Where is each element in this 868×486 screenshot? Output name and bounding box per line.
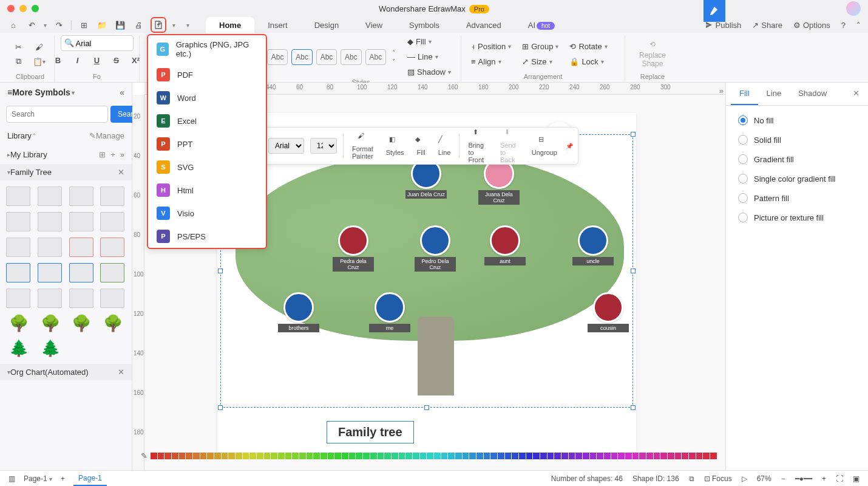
zoom-out-icon[interactable]: −: [781, 474, 785, 483]
color-swatch[interactable]: [448, 453, 455, 459]
shape-item[interactable]: [6, 187, 30, 206]
close-panel-icon[interactable]: ✕: [849, 83, 863, 105]
export-pdf[interactable]: PPDF: [148, 63, 266, 86]
new-icon[interactable]: ⊞: [78, 19, 90, 31]
color-swatch[interactable]: [463, 453, 469, 459]
eyedropper-icon[interactable]: ✎: [141, 451, 147, 460]
fill-option[interactable]: Picture or texture fill: [728, 208, 866, 227]
shape-item[interactable]: [6, 238, 30, 257]
color-swatch[interactable]: [455, 453, 462, 459]
lock-dropdown[interactable]: 🔒 Lock▾: [566, 55, 611, 68]
shape-item[interactable]: [100, 187, 124, 206]
export-word[interactable]: WWord: [148, 86, 266, 109]
page-selector[interactable]: Page-1 ▾: [24, 474, 52, 483]
fill-option[interactable]: No fill: [728, 111, 866, 130]
tab-advanced[interactable]: Advanced: [453, 17, 515, 33]
style-up[interactable]: ˄: [392, 49, 395, 56]
shape-item[interactable]: [100, 263, 124, 282]
color-swatch[interactable]: [200, 453, 207, 459]
section-org-chart[interactable]: ▾ Org Chart(Automated)✕: [0, 364, 132, 380]
shape-item[interactable]: [38, 238, 62, 257]
color-swatch[interactable]: [639, 453, 646, 459]
section-family-tree[interactable]: ▾ Family Tree✕: [0, 164, 132, 180]
color-swatch[interactable]: [434, 453, 441, 459]
color-swatch[interactable]: [271, 453, 277, 459]
color-swatch[interactable]: [668, 453, 674, 459]
position-dropdown[interactable]: ⫞ Position▾: [467, 40, 515, 53]
align-dropdown[interactable]: ≡ Align▾: [467, 55, 515, 68]
shape-item[interactable]: [100, 238, 124, 257]
color-swatch[interactable]: [476, 453, 483, 459]
color-swatch[interactable]: [703, 453, 710, 459]
export-visio[interactable]: VVisio: [148, 202, 266, 225]
color-swatch[interactable]: [299, 453, 306, 459]
color-swatch[interactable]: [243, 453, 249, 459]
format-painter-icon[interactable]: 🖌: [33, 41, 45, 53]
color-swatch[interactable]: [342, 453, 348, 459]
color-swatch[interactable]: [583, 453, 589, 459]
save-icon[interactable]: 💾: [114, 19, 126, 31]
color-swatch[interactable]: [632, 453, 639, 459]
zoom-in-icon[interactable]: +: [822, 474, 826, 483]
close-window[interactable]: [7, 5, 15, 12]
fill-option[interactable]: Solid fill: [728, 130, 866, 149]
color-swatch[interactable]: [540, 453, 547, 459]
shape-item[interactable]: [6, 289, 30, 308]
color-swatch[interactable]: [575, 453, 582, 459]
color-swatch[interactable]: [654, 453, 660, 459]
export-pseps[interactable]: PPS/EPS: [148, 225, 266, 248]
color-swatch[interactable]: [569, 453, 575, 459]
shape-item[interactable]: [69, 212, 93, 231]
color-swatch[interactable]: [313, 453, 320, 459]
color-swatch[interactable]: [427, 453, 433, 459]
color-swatch[interactable]: [710, 453, 717, 459]
export-excel[interactable]: EExcel: [148, 109, 266, 132]
tree-shape[interactable]: 🌳: [100, 314, 126, 333]
manage-button[interactable]: ✎Manage: [89, 131, 124, 140]
color-swatch[interactable]: [611, 453, 618, 459]
selection-box[interactable]: [220, 134, 633, 408]
line-dropdown[interactable]: — Line▾: [404, 50, 455, 63]
fit-icon[interactable]: ⛶: [836, 474, 843, 483]
color-swatch[interactable]: [618, 453, 625, 459]
shape-item[interactable]: [69, 289, 93, 308]
tab-symbols[interactable]: Symbols: [396, 17, 453, 33]
style-preset-4[interactable]: Abc: [341, 49, 361, 65]
color-swatch[interactable]: [214, 453, 221, 459]
fill-dropdown[interactable]: ◆ Fill▾: [404, 35, 455, 48]
shadow-dropdown[interactable]: ▨ Shadow▾: [404, 66, 455, 78]
group-dropdown[interactable]: ⊞ Group▾: [518, 40, 562, 53]
shape-item[interactable]: [38, 187, 62, 206]
color-swatch[interactable]: [512, 453, 518, 459]
color-swatch[interactable]: [186, 453, 192, 459]
shape-item[interactable]: [38, 212, 62, 231]
rp-tab-line[interactable]: Line: [758, 83, 790, 105]
float-bring-front[interactable]: ⬆Bring to Front: [466, 128, 492, 163]
open-icon[interactable]: 📁: [96, 19, 108, 31]
shape-item[interactable]: [6, 263, 30, 282]
italic-icon[interactable]: I: [72, 56, 83, 65]
shape-item[interactable]: [100, 289, 124, 308]
plus-icon[interactable]: +: [110, 150, 115, 159]
rp-tab-shadow[interactable]: Shadow: [790, 83, 835, 105]
color-swatch[interactable]: [696, 453, 703, 459]
focus-button[interactable]: ⊡ Focus: [704, 474, 732, 483]
color-swatch[interactable]: [490, 453, 497, 459]
color-swatch[interactable]: [405, 453, 412, 459]
cut-icon[interactable]: ✂: [12, 41, 24, 53]
color-swatch[interactable]: [646, 453, 653, 459]
my-library-row[interactable]: ▸ My Library ⊞+»: [0, 145, 132, 164]
shape-item[interactable]: [69, 263, 93, 282]
color-swatch[interactable]: [285, 453, 292, 459]
export-button[interactable]: [151, 17, 166, 33]
float-format-painter[interactable]: 🖌Format Painter: [350, 132, 378, 160]
color-swatch[interactable]: [675, 453, 682, 459]
color-swatch[interactable]: [660, 453, 667, 459]
float-styles[interactable]: ◧Styles: [384, 135, 407, 156]
color-swatch[interactable]: [682, 453, 688, 459]
color-swatch[interactable]: [378, 453, 384, 459]
shape-item[interactable]: [38, 263, 62, 282]
color-swatch[interactable]: [363, 453, 370, 459]
rotate-dropdown[interactable]: ⟲ Rotate▾: [566, 40, 611, 53]
style-preset-1[interactable]: Abc: [267, 49, 288, 65]
